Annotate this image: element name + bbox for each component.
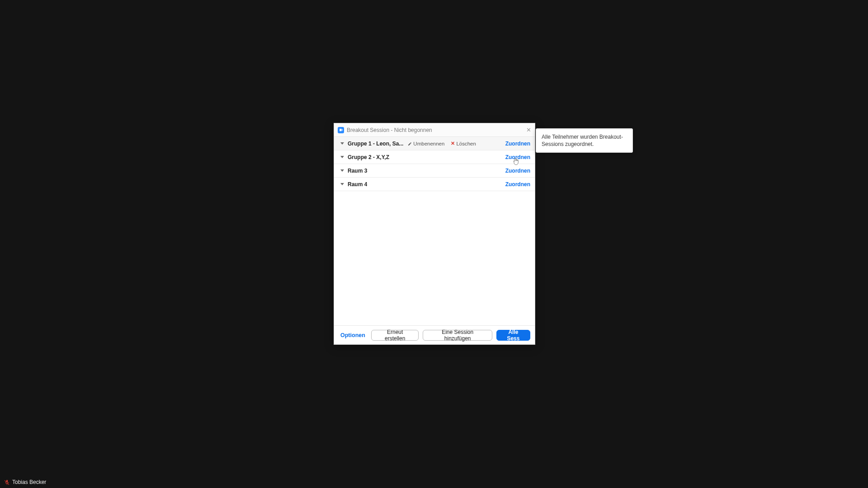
options-button[interactable]: Optionen: [339, 332, 367, 338]
chevron-down-icon[interactable]: [340, 142, 344, 145]
assign-link[interactable]: Zuordnen: [505, 181, 530, 188]
chevron-down-icon[interactable]: [340, 169, 344, 172]
add-session-button[interactable]: Eine Session hinzufügen: [423, 330, 492, 341]
start-all-sessions-button[interactable]: Alle Sess: [496, 330, 530, 341]
assignment-toast: Alle Teilnehmer wurden Breakout-Sessions…: [536, 128, 633, 153]
room-row[interactable]: Raum 4 Zuordnen: [334, 178, 535, 191]
chevron-down-icon[interactable]: [340, 156, 344, 158]
rename-button[interactable]: Umbenennen: [408, 141, 444, 146]
assign-link[interactable]: Zuordnen: [505, 154, 530, 160]
participant-name: Tobias Becker: [12, 479, 46, 485]
room-row[interactable]: Raum 3 Zuordnen: [334, 164, 535, 178]
participant-name-tag: Tobias Becker: [2, 478, 48, 486]
delete-label: Löschen: [456, 141, 476, 146]
mic-muted-icon: [4, 479, 10, 485]
assign-link[interactable]: Zuordnen: [505, 141, 530, 147]
room-name: Gruppe 1 - Leon, Sa...: [348, 141, 403, 147]
toast-message: Alle Teilnehmer wurden Breakout-Sessions…: [542, 134, 623, 147]
room-name: Gruppe 2 - X,Y,Z: [348, 154, 389, 160]
breakout-dialog: Breakout Session - Nicht begonnen ✕ Grup…: [334, 123, 535, 345]
chevron-down-icon[interactable]: [340, 183, 344, 185]
delete-button[interactable]: ✕ Löschen: [451, 141, 476, 146]
close-icon[interactable]: ✕: [525, 126, 532, 133]
rename-label: Umbenennen: [413, 141, 444, 146]
room-row[interactable]: Gruppe 2 - X,Y,Z Zuordnen: [334, 150, 535, 164]
room-name: Raum 3: [348, 168, 367, 174]
room-row[interactable]: Gruppe 1 - Leon, Sa... Umbenennen ✕ Lösc…: [334, 137, 535, 150]
pencil-icon: [408, 141, 412, 145]
recreate-button[interactable]: Erneut erstellen: [371, 330, 419, 341]
dialog-footer: Optionen Erneut erstellen Eine Session h…: [334, 325, 535, 344]
row-actions: Umbenennen ✕ Löschen: [408, 141, 476, 146]
dialog-titlebar: Breakout Session - Nicht begonnen ✕: [334, 123, 535, 137]
room-name: Raum 4: [348, 181, 367, 188]
assign-link[interactable]: Zuordnen: [505, 168, 530, 174]
zoom-app-icon: [338, 127, 344, 133]
dialog-title: Breakout Session - Nicht begonnen: [347, 127, 432, 133]
x-icon: ✕: [451, 141, 455, 146]
room-list: Gruppe 1 - Leon, Sa... Umbenennen ✕ Lösc…: [334, 137, 535, 325]
